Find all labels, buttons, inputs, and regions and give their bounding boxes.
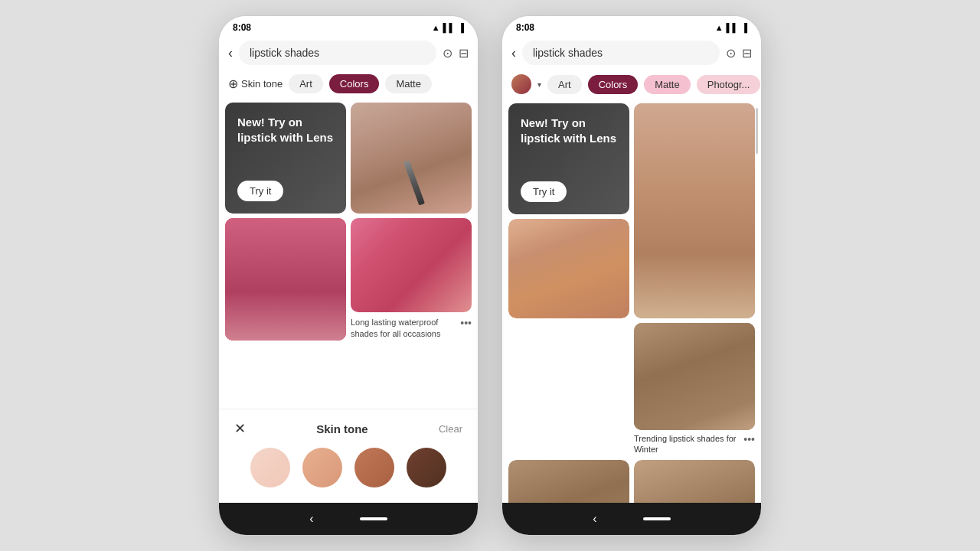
left-listing-description: Long lasting waterproof shades for all o… <box>351 317 460 339</box>
right-search-bar: ‹ lipstick shades ⊙ ⊟ <box>502 36 761 70</box>
right-phone: 8:08 ▲ ▌▌ ▐ ‹ lipstick shades ⊙ ⊟ ▾ Art … <box>501 15 762 536</box>
right-content-grid: New! Try on lipstick with Lens Try it Tr… <box>502 99 761 503</box>
left-phone: 8:08 ▲ ▌▌ ▐ ‹ lipstick shades ⊙ ⊟ ⊕ Skin… <box>218 15 479 536</box>
right-portrait-image <box>508 460 629 503</box>
left-nav-home-indicator[interactable] <box>360 517 387 520</box>
right-filter-colors[interactable]: Colors <box>588 75 639 94</box>
right-camera-icon[interactable]: ⊙ <box>726 46 736 60</box>
right-dropdown-arrow-icon[interactable]: ▾ <box>537 80 541 89</box>
right-battery-icon: ▐ <box>741 23 747 32</box>
left-content-grid: New! Try on lipstick with Lens Try it Lo… <box>219 98 478 409</box>
right-lens-card[interactable]: New! Try on lipstick with Lens Try it <box>508 103 629 214</box>
left-search-input[interactable]: lipstick shades <box>239 41 436 65</box>
left-swatch-light[interactable] <box>250 448 290 487</box>
left-filter-art[interactable]: Art <box>289 74 323 93</box>
left-lens-title: New! Try on lipstick with Lens <box>237 115 334 145</box>
right-trending-text-row: Trending lipstick shades for Winter ••• <box>634 433 755 455</box>
right-filter-bar: ▾ Art Colors Matte Photogr... <box>502 70 761 99</box>
right-filter-icon[interactable]: ⊟ <box>742 46 752 60</box>
right-nav-back-icon[interactable]: ‹ <box>593 512 596 526</box>
left-lens-card[interactable]: New! Try on lipstick with Lens Try it <box>225 103 346 214</box>
right-lips-closeup-image <box>634 103 755 318</box>
left-swatch-medium-light[interactable] <box>302 448 342 487</box>
left-filter-bar: ⊕ Skin tone Art Colors Matte <box>219 70 478 98</box>
left-search-bar: ‹ lipstick shades ⊙ ⊟ <box>219 36 478 70</box>
right-filter-matte[interactable]: Matte <box>644 75 691 94</box>
left-skin-tone-sheet: ✕ Skin tone Clear <box>219 409 478 503</box>
right-trending-image <box>634 323 755 430</box>
right-portrait-card[interactable]: ••• <box>508 460 629 503</box>
right-skin-tone-dot[interactable] <box>511 74 531 94</box>
left-nav-bar: ‹ <box>219 503 478 535</box>
left-lips-photo[interactable] <box>351 103 472 214</box>
right-back-button[interactable]: ‹ <box>511 45 516 61</box>
page-wrapper: 8:08 ▲ ▌▌ ▐ ‹ lipstick shades ⊙ ⊟ ⊕ Skin… <box>0 0 980 551</box>
right-filter-art[interactable]: Art <box>547 75 582 94</box>
battery-icon: ▐ <box>458 23 464 32</box>
left-status-icons: ▲ ▌▌ ▐ <box>432 23 464 32</box>
left-time: 8:08 <box>233 22 251 33</box>
left-camera-icon[interactable]: ⊙ <box>443 46 452 60</box>
left-sheet-clear-button[interactable]: Clear <box>439 423 462 435</box>
wifi-icon: ▲ <box>432 23 440 32</box>
right-scrollbar[interactable] <box>756 108 758 154</box>
right-status-bar: 8:08 ▲ ▌▌ ▐ <box>502 16 761 36</box>
right-nav-home-indicator[interactable] <box>643 517 671 520</box>
left-listing-more-button[interactable]: ••• <box>460 317 472 329</box>
left-listing-text: Long lasting waterproof shades for all o… <box>351 315 472 341</box>
right-lips-closeup-card[interactable] <box>634 103 755 318</box>
left-skin-swatches <box>234 448 462 487</box>
right-trending-description: Trending lipstick shades for Winter <box>634 433 743 455</box>
left-products-image <box>351 218 472 312</box>
left-listing-card[interactable]: Long lasting waterproof shades for all o… <box>351 218 472 341</box>
right-signal-icon: ▌▌ <box>727 23 739 32</box>
right-time: 8:08 <box>516 22 534 33</box>
right-face-image <box>508 219 629 318</box>
right-filter-photography[interactable]: Photogr... <box>697 75 761 94</box>
left-status-bar: 8:08 ▲ ▌▌ ▐ <box>219 16 478 36</box>
right-nav-bar: ‹ <box>502 503 761 535</box>
right-search-icons: ⊙ ⊟ <box>726 46 752 60</box>
left-lipstick-apply-image <box>351 103 472 214</box>
left-skin-tone-icon: ⊕ <box>228 77 238 91</box>
left-sheet-header: ✕ Skin tone Clear <box>234 420 462 437</box>
right-woman-image <box>634 460 755 503</box>
left-try-it-button[interactable]: Try it <box>237 181 283 201</box>
right-lens-title: New! Try on lipstick with Lens <box>521 116 617 145</box>
left-filter-icon[interactable]: ⊟ <box>459 46 469 60</box>
left-skin-tone-label: Skin tone <box>241 78 283 90</box>
left-back-button[interactable]: ‹ <box>228 45 233 61</box>
right-trending-photo <box>634 323 755 430</box>
left-red-lips-image <box>225 218 346 341</box>
right-status-icons: ▲ ▌▌ ▐ <box>715 23 747 32</box>
right-woman-card[interactable] <box>634 460 755 503</box>
signal-icon: ▌▌ <box>443 23 456 32</box>
right-trending-card[interactable]: Trending lipstick shades for Winter ••• <box>634 323 755 455</box>
right-try-it-button[interactable]: Try it <box>521 181 567 202</box>
right-search-input[interactable]: lipstick shades <box>522 41 720 65</box>
right-wifi-icon: ▲ <box>715 23 724 32</box>
left-swatch-medium[interactable] <box>354 448 394 487</box>
left-search-icons: ⊙ ⊟ <box>443 46 469 60</box>
left-filter-matte[interactable]: Matte <box>385 74 432 93</box>
left-sheet-close-button[interactable]: ✕ <box>234 420 246 437</box>
left-nav-back-icon[interactable]: ‹ <box>309 512 313 526</box>
left-swatch-dark[interactable] <box>407 448 446 487</box>
left-red-lips-card[interactable] <box>225 218 346 341</box>
left-filter-colors[interactable]: Colors <box>329 74 380 93</box>
right-trending-more-button[interactable]: ••• <box>743 433 755 445</box>
left-skin-tone-button[interactable]: ⊕ Skin tone <box>228 77 283 91</box>
right-face-card[interactable] <box>508 219 629 318</box>
left-sheet-title: Skin tone <box>316 422 368 435</box>
